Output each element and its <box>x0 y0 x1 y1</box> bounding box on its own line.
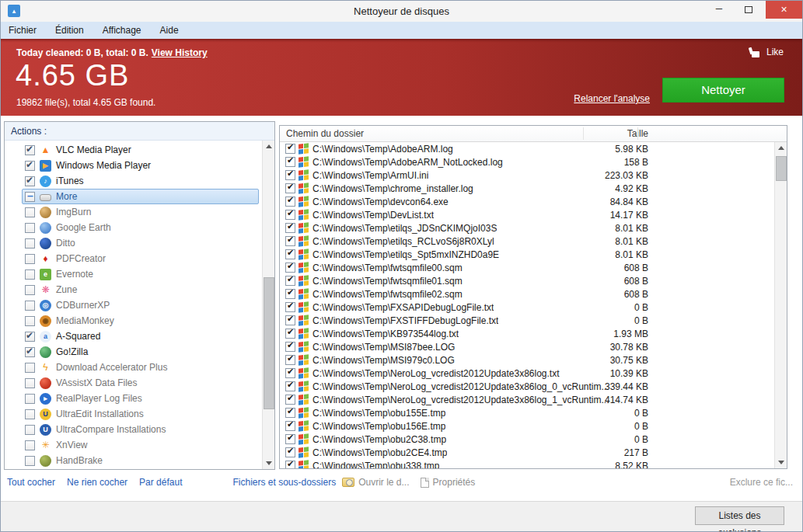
row-checkbox[interactable] <box>285 249 295 259</box>
item-checkbox[interactable] <box>25 456 35 466</box>
table-scrollbar-thumb[interactable] <box>776 156 787 181</box>
sidebar-item[interactable]: ▲ VLC Media Player <box>22 142 259 158</box>
table-row[interactable]: C:\Windows\Temp\devcon64.exe 84.84 KB <box>280 195 787 208</box>
row-checkbox[interactable] <box>285 170 295 180</box>
sidebar-scrollbar-thumb[interactable] <box>264 277 274 409</box>
clean-button[interactable]: Nettoyer <box>662 78 784 103</box>
sidebar-item[interactable]: Google Earth <box>22 220 259 235</box>
table-row[interactable]: C:\Windows\Temp\obu156E.tmp 0 B <box>280 419 787 433</box>
item-checkbox[interactable] <box>25 176 35 186</box>
scroll-up-arrow-icon[interactable] <box>775 142 787 155</box>
sidebar-item[interactable]: ❋ Zune <box>22 282 259 297</box>
table-row[interactable]: C:\Windows\Temp\AdobeARM.log 5.98 KB <box>280 142 787 155</box>
row-checkbox[interactable] <box>285 236 295 246</box>
column-header-path[interactable]: Chemin du dossier <box>286 126 364 142</box>
table-row[interactable]: C:\Windows\Temp\fwtsqmfile00.sqm 608 B <box>280 261 787 274</box>
properties-button[interactable]: Propriétés <box>421 477 476 488</box>
row-checkbox[interactable] <box>285 196 295 207</box>
table-row[interactable]: C:\Windows\Temp\DevList.txt 14.17 KB <box>280 208 787 221</box>
sidebar-item[interactable]: Ditto <box>22 235 259 251</box>
sidebar-item[interactable]: U UltraEdit Installations <box>22 406 259 422</box>
row-checkbox[interactable] <box>285 434 295 444</box>
item-checkbox[interactable] <box>25 409 35 419</box>
sidebar-item[interactable]: a A-Squared <box>22 329 259 344</box>
sidebar-item[interactable]: ▸ RealPlayer Log Files <box>22 391 259 406</box>
table-row[interactable]: C:\Windows\Temp\MSI87bee.LOG 30.78 KB <box>280 340 787 353</box>
sidebar-item[interactable]: ImgBurn <box>22 204 259 220</box>
row-checkbox[interactable] <box>285 368 295 378</box>
sidebar-item[interactable]: VAssistX Data Files <box>22 375 259 391</box>
row-checkbox[interactable] <box>285 223 295 233</box>
rescan-link[interactable]: Relancer l'analyse <box>574 93 650 104</box>
sidebar-item[interactable]: e Evernote <box>22 266 259 282</box>
item-checkbox[interactable] <box>25 347 35 357</box>
menu-item-edition[interactable]: Édition <box>55 25 84 36</box>
item-checkbox[interactable] <box>25 269 35 280</box>
item-checkbox[interactable] <box>25 207 35 217</box>
sidebar-item[interactable]: Go!Zilla <box>22 344 259 360</box>
maximize-button[interactable] <box>735 1 763 19</box>
row-checkbox[interactable] <box>285 421 295 431</box>
menu-item-fichier[interactable]: Fichier <box>9 25 37 36</box>
sidebar-item[interactable]: ♪ iTunes <box>22 173 259 189</box>
select-none-link[interactable]: Ne rien cocher <box>67 477 127 488</box>
row-checkbox[interactable] <box>285 183 295 193</box>
item-checkbox[interactable] <box>25 161 35 171</box>
row-checkbox[interactable] <box>285 447 295 457</box>
item-checkbox[interactable] <box>25 223 35 233</box>
exclusion-lists-button[interactable]: Listes des exclusions <box>695 506 784 525</box>
menu-item-affichage[interactable]: Affichage <box>103 25 141 36</box>
table-row[interactable]: C:\Windows\Temp\NeroLog_vcredist2012Upda… <box>280 380 787 393</box>
row-checkbox[interactable] <box>285 289 295 299</box>
sidebar-item[interactable]: ▶ Windows Media Player <box>22 158 259 173</box>
sidebar-item[interactable]: ◎ CDBurnerXP <box>22 297 259 313</box>
scroll-down-arrow-icon[interactable] <box>775 456 787 468</box>
row-checkbox[interactable] <box>285 157 295 167</box>
item-checkbox[interactable] <box>25 332 35 342</box>
table-row[interactable]: C:\Windows\Temp\fwtsqmfile01.sqm 608 B <box>280 274 787 287</box>
minimize-button[interactable]: – <box>706 1 732 19</box>
like-button[interactable]: Like <box>749 46 784 57</box>
table-row[interactable]: C:\Windows\Temp\etilqs_RCLvoS6j8R0XLyl 8… <box>280 235 787 248</box>
open-folder-button[interactable]: Ouvrir le d... <box>342 477 409 488</box>
scroll-up-arrow-icon[interactable] <box>263 141 275 153</box>
sidebar-item[interactable]: ϟ Download Accelerator Plus <box>22 360 259 375</box>
table-row[interactable]: C:\Windows\Temp\KB973544log.txt 1.93 MB <box>280 327 787 340</box>
table-row[interactable]: C:\Windows\Temp\obu2CE4.tmp 217 B <box>280 446 787 459</box>
item-checkbox[interactable] <box>25 378 35 388</box>
row-checkbox[interactable] <box>285 395 295 405</box>
row-checkbox[interactable] <box>285 210 295 220</box>
row-checkbox[interactable] <box>285 461 295 469</box>
row-checkbox[interactable] <box>285 355 295 365</box>
table-row[interactable]: C:\Windows\Temp\fwtsqmfile02.sqm 608 B <box>280 287 787 301</box>
item-checkbox[interactable] <box>25 425 35 435</box>
table-row[interactable]: C:\Windows\Temp\obu2C38.tmp 0 B <box>280 433 787 446</box>
item-checkbox[interactable] <box>25 285 35 295</box>
item-checkbox[interactable] <box>25 192 35 202</box>
scroll-down-arrow-icon[interactable] <box>263 457 275 469</box>
table-row[interactable]: C:\Windows\Temp\ArmUI.ini 223.03 KB <box>280 169 787 182</box>
item-checkbox[interactable] <box>25 440 35 450</box>
row-checkbox[interactable] <box>285 342 295 352</box>
item-checkbox[interactable] <box>25 301 35 311</box>
sidebar-item[interactable]: HandBrake <box>22 453 259 468</box>
sidebar-item[interactable]: U UltraCompare Installations <box>22 422 259 437</box>
table-row[interactable]: C:\Windows\Temp\NeroLog_vcredist2012Upda… <box>280 367 787 380</box>
row-checkbox[interactable] <box>285 302 295 312</box>
item-checkbox[interactable] <box>25 363 35 373</box>
sidebar-item[interactable]: ✳ XnView <box>22 437 259 453</box>
row-checkbox[interactable] <box>285 263 295 273</box>
sidebar-item[interactable]: ◉ MediaMonkey <box>22 313 259 329</box>
table-row[interactable]: C:\Windows\Temp\FXSTIFFDebugLogFile.txt … <box>280 314 787 327</box>
row-checkbox[interactable] <box>285 276 295 286</box>
defaults-link[interactable]: Par défaut <box>139 477 182 488</box>
table-row[interactable]: C:\Windows\Temp\MSI979c0.LOG 30.75 KB <box>280 353 787 367</box>
row-checkbox[interactable] <box>285 381 295 391</box>
sidebar-item[interactable]: ♦ PDFCreator <box>22 251 259 266</box>
row-checkbox[interactable] <box>285 315 295 325</box>
table-row[interactable]: C:\Windows\Temp\NeroLog_vcredist2012Upda… <box>280 393 787 406</box>
item-checkbox[interactable] <box>25 145 35 155</box>
files-subfolders-link[interactable]: Fichiers et sous-dossiers <box>232 477 336 488</box>
close-button[interactable]: × <box>766 1 802 19</box>
table-row[interactable]: C:\Windows\Temp\obu338.tmp 8.52 KB <box>280 459 787 469</box>
